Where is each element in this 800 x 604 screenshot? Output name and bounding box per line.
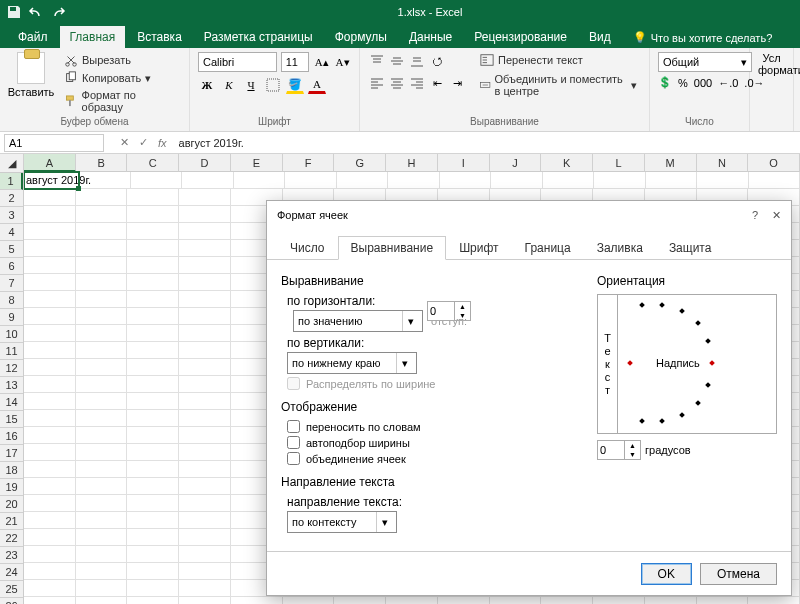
tab-home[interactable]: Главная	[60, 26, 126, 48]
tab-review[interactable]: Рецензирование	[464, 26, 577, 48]
orientation-box[interactable]: Текст Надпись	[597, 294, 777, 434]
cell[interactable]	[76, 597, 128, 604]
increase-decimal-icon[interactable]: ←.0	[718, 77, 738, 89]
copy-button[interactable]: Копировать ▾	[60, 70, 181, 86]
cell[interactable]	[24, 580, 76, 597]
col-header[interactable]: E	[231, 154, 283, 172]
cell[interactable]	[127, 223, 179, 240]
cell[interactable]	[179, 529, 231, 546]
cell[interactable]	[334, 597, 386, 604]
col-header[interactable]: L	[593, 154, 645, 172]
bold-button[interactable]: Ж	[198, 76, 216, 94]
cell[interactable]	[127, 291, 179, 308]
row-header[interactable]: 25	[0, 581, 23, 598]
tab-data[interactable]: Данные	[399, 26, 462, 48]
font-color-button[interactable]: A	[308, 76, 326, 94]
font-size-select[interactable]: 11	[281, 52, 310, 72]
cell[interactable]	[285, 172, 337, 189]
cell[interactable]	[24, 529, 76, 546]
cell[interactable]	[127, 478, 179, 495]
comma-icon[interactable]: 000	[694, 77, 712, 89]
merge-check[interactable]: объединение ячеек	[287, 452, 577, 465]
col-header[interactable]: D	[179, 154, 231, 172]
wrap-text-button[interactable]: Перенести текст	[476, 52, 641, 68]
cell[interactable]	[76, 495, 128, 512]
row-header[interactable]: 18	[0, 462, 23, 479]
cell[interactable]	[24, 546, 76, 563]
cell[interactable]	[76, 427, 128, 444]
col-header[interactable]: N	[697, 154, 749, 172]
dtab-alignment[interactable]: Выравнивание	[338, 236, 447, 260]
cell[interactable]	[76, 546, 128, 563]
col-header[interactable]: G	[334, 154, 386, 172]
cell[interactable]	[127, 359, 179, 376]
increase-indent-icon[interactable]: ⇥	[448, 74, 466, 92]
align-right-icon[interactable]	[408, 74, 426, 92]
row-header[interactable]: 26	[0, 598, 23, 604]
cell[interactable]	[76, 189, 128, 206]
italic-button[interactable]: К	[220, 76, 238, 94]
col-header[interactable]: J	[490, 154, 542, 172]
tell-me[interactable]: 💡 Что вы хотите сделать?	[623, 27, 783, 48]
cell[interactable]	[76, 478, 128, 495]
cell[interactable]	[179, 257, 231, 274]
name-box[interactable]	[4, 134, 104, 152]
row-header[interactable]: 13	[0, 377, 23, 394]
cell[interactable]	[179, 376, 231, 393]
row-header[interactable]: 17	[0, 445, 23, 462]
cell[interactable]	[76, 359, 128, 376]
cell[interactable]: август 2019г.	[24, 172, 79, 189]
underline-button[interactable]: Ч	[242, 76, 260, 94]
cell[interactable]	[179, 393, 231, 410]
row-header[interactable]: 3	[0, 207, 23, 224]
borders-button[interactable]	[264, 76, 282, 94]
cell[interactable]	[179, 325, 231, 342]
cell[interactable]	[543, 172, 595, 189]
cell[interactable]	[283, 597, 335, 604]
cell[interactable]	[127, 393, 179, 410]
cell[interactable]	[24, 495, 76, 512]
cell[interactable]	[76, 274, 128, 291]
cell[interactable]	[24, 206, 76, 223]
cell[interactable]	[646, 172, 698, 189]
fill-color-button[interactable]: 🪣	[286, 76, 304, 94]
cell[interactable]	[127, 308, 179, 325]
cancel-icon[interactable]: ✕	[120, 136, 129, 149]
row-header[interactable]: 22	[0, 530, 23, 547]
cell[interactable]	[541, 597, 593, 604]
cell[interactable]	[127, 325, 179, 342]
col-header[interactable]: M	[645, 154, 697, 172]
cell[interactable]	[179, 546, 231, 563]
cell[interactable]	[490, 597, 542, 604]
help-icon[interactable]: ?	[752, 209, 758, 222]
cell[interactable]	[127, 376, 179, 393]
cell[interactable]	[179, 240, 231, 257]
redo-icon[interactable]	[50, 4, 66, 20]
cell[interactable]	[24, 189, 76, 206]
cell[interactable]	[24, 257, 76, 274]
cell[interactable]	[127, 580, 179, 597]
row-header[interactable]: 24	[0, 564, 23, 581]
cell[interactable]	[76, 325, 128, 342]
cell[interactable]	[76, 529, 128, 546]
cell[interactable]	[76, 291, 128, 308]
cell[interactable]	[24, 274, 76, 291]
row-header[interactable]: 12	[0, 360, 23, 377]
cell[interactable]	[76, 461, 128, 478]
formula-input[interactable]: август 2019г.	[179, 137, 244, 149]
cell[interactable]	[24, 478, 76, 495]
align-middle-icon[interactable]	[388, 52, 406, 70]
shrink-check[interactable]: автоподбор ширины	[287, 436, 577, 449]
tab-page-layout[interactable]: Разметка страницы	[194, 26, 323, 48]
cell[interactable]	[234, 172, 286, 189]
enter-icon[interactable]: ✓	[139, 136, 148, 149]
spin-down-icon[interactable]: ▼	[455, 311, 470, 320]
row-header[interactable]: 16	[0, 428, 23, 445]
cancel-button[interactable]: Отмена	[700, 563, 777, 585]
cell[interactable]	[127, 410, 179, 427]
cell[interactable]	[24, 444, 76, 461]
cell[interactable]	[24, 308, 76, 325]
cut-button[interactable]: Вырезать	[60, 52, 181, 68]
cell[interactable]	[24, 291, 76, 308]
spin-up-icon[interactable]: ▲	[455, 302, 470, 311]
